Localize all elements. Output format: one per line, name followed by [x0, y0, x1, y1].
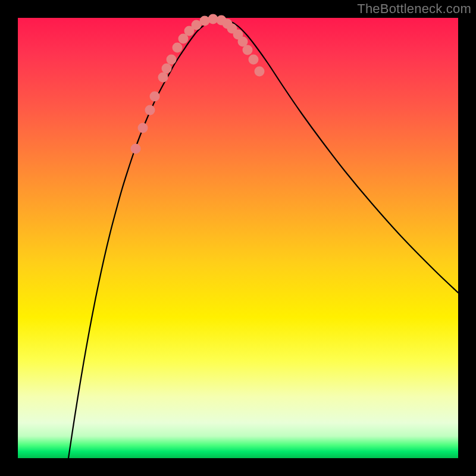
marker-dot — [173, 43, 183, 53]
marker-dot — [255, 67, 265, 77]
marker-dot — [162, 64, 172, 74]
marker-dot — [150, 92, 160, 102]
marker-dot — [131, 144, 141, 154]
marker-dot — [200, 16, 210, 26]
watermark-label: TheBottleneck.com — [357, 1, 471, 17]
chart-stage: TheBottleneck.com — [0, 0, 476, 476]
curve-svg — [18, 18, 458, 458]
marker-dot — [243, 45, 253, 55]
marker-dot — [145, 105, 155, 115]
marker-dot — [249, 55, 259, 65]
marker-dot — [167, 55, 177, 65]
highlight-markers — [131, 14, 265, 154]
marker-dot — [158, 73, 168, 83]
plot-area — [18, 18, 458, 458]
bottleneck-curve — [68, 19, 458, 458]
marker-dot — [138, 123, 148, 133]
